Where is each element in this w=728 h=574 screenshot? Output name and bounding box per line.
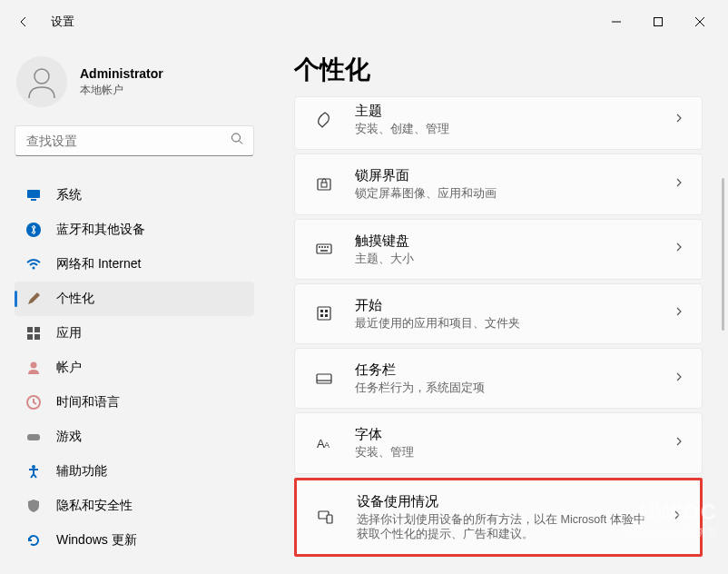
svg-rect-10 — [34, 327, 40, 332]
close-icon — [694, 16, 705, 27]
setting-title: 触摸键盘 — [355, 233, 654, 250]
user-section[interactable]: Administrator 本地帐户 — [15, 51, 269, 125]
setting-desc: 任务栏行为，系统固定项 — [355, 381, 654, 395]
chevron-right-icon — [674, 435, 684, 451]
sidebar-item-label: 系统 — [56, 187, 82, 203]
sidebar-item-label: 时间和语言 — [56, 394, 120, 411]
setting-item-0[interactable]: 主题 安装、创建、管理 — [294, 96, 703, 150]
setting-text: 开始 最近使用的应用和项目、文件夹 — [355, 297, 654, 331]
shield-icon — [25, 498, 42, 514]
search-icon — [231, 133, 244, 150]
sidebar-item-3[interactable]: 个性化 — [15, 282, 254, 316]
user-name: Administrator — [80, 66, 163, 81]
setting-text: 主题 安装、创建、管理 — [355, 103, 654, 136]
monitor-icon — [25, 187, 42, 203]
setting-item-5[interactable]: AA 字体 安装、管理 — [294, 412, 703, 473]
sidebar-scrollbar[interactable] — [722, 178, 724, 331]
chevron-right-icon — [674, 176, 684, 193]
user-type: 本地帐户 — [80, 83, 163, 98]
setting-text: 字体 安装、管理 — [355, 426, 654, 460]
svg-rect-30 — [317, 374, 331, 383]
window-title: 设置 — [51, 14, 74, 30]
main-panel: 个性化 主题 安装、创建、管理 锁屏界面 锁定屏幕图像、应用和动画 触摸键盘 主… — [269, 44, 728, 574]
bluetooth-icon — [25, 222, 42, 238]
sidebar-item-label: 游戏 — [56, 429, 82, 445]
chevron-right-icon — [674, 371, 684, 387]
setting-item-2[interactable]: 触摸键盘 主题、大小 — [294, 219, 703, 280]
device-icon — [315, 508, 337, 526]
sidebar-item-9[interactable]: 隐私和安全性 — [15, 489, 254, 523]
setting-desc: 安装、管理 — [355, 445, 654, 460]
svg-rect-17 — [318, 179, 330, 190]
sidebar-item-8[interactable]: 辅助功能 — [15, 454, 254, 489]
svg-rect-35 — [327, 515, 332, 523]
sidebar-item-2[interactable]: 网络和 Internet — [15, 247, 254, 282]
start-icon — [313, 304, 335, 322]
sidebar-item-4[interactable]: 应用 — [15, 316, 254, 351]
svg-point-16 — [32, 465, 35, 469]
sidebar-item-6[interactable]: 时间和语言 — [15, 385, 254, 420]
accessibility-icon — [25, 463, 42, 480]
search-input[interactable] — [26, 134, 221, 148]
sidebar-item-10[interactable]: Windows 更新 — [15, 523, 254, 558]
svg-point-3 — [232, 134, 241, 142]
svg-rect-5 — [27, 190, 40, 198]
svg-point-2 — [34, 69, 49, 84]
svg-rect-1 — [654, 18, 663, 26]
sidebar-item-label: 网络和 Internet — [56, 256, 141, 272]
setting-title: 设备使用情况 — [357, 493, 653, 510]
svg-point-13 — [31, 362, 37, 369]
sidebar-item-label: 应用 — [56, 325, 82, 341]
content-area: Administrator 本地帐户 系统蓝牙和其他设备网络和 Internet… — [0, 44, 728, 574]
person-icon — [25, 360, 42, 376]
setting-item-3[interactable]: 开始 最近使用的应用和项目、文件夹 — [294, 283, 703, 344]
setting-desc: 安装、创建、管理 — [355, 122, 654, 136]
maximize-button[interactable] — [637, 7, 679, 36]
svg-rect-26 — [320, 310, 323, 312]
close-button[interactable] — [679, 7, 721, 36]
sidebar-item-0[interactable]: 系统 — [15, 178, 254, 213]
wifi-icon — [25, 256, 42, 272]
sidebar-item-label: 帐户 — [56, 360, 82, 376]
title-bar: 设置 — [0, 0, 728, 44]
user-info: Administrator 本地帐户 — [80, 66, 163, 98]
update-icon — [25, 532, 42, 549]
minimize-icon — [611, 16, 622, 27]
svg-text:A: A — [324, 440, 330, 450]
setting-text: 任务栏 任务栏行为，系统固定项 — [355, 361, 654, 395]
svg-rect-25 — [318, 307, 330, 320]
avatar — [16, 56, 67, 107]
setting-title: 任务栏 — [355, 361, 654, 379]
setting-item-4[interactable]: 任务栏 任务栏行为，系统固定项 — [294, 348, 703, 409]
sidebar-item-label: 辅助功能 — [56, 463, 107, 480]
svg-rect-6 — [31, 199, 36, 201]
search-box[interactable] — [15, 125, 254, 156]
sidebar-item-7[interactable]: 游戏 — [15, 420, 254, 454]
sidebar-item-5[interactable]: 帐户 — [15, 351, 254, 385]
chevron-right-icon — [674, 241, 684, 257]
title-bar-left: 设置 — [15, 13, 74, 31]
back-arrow-icon — [16, 15, 31, 29]
font-icon: AA — [313, 434, 335, 452]
setting-text: 锁屏界面 锁定屏幕图像、应用和动画 — [355, 167, 654, 201]
keyboard-icon — [313, 240, 335, 258]
setting-item-6[interactable]: 设备使用情况 选择你计划使用设备的所有方法，以在 Microsoft 体验中获取… — [294, 478, 703, 558]
maximize-icon — [653, 16, 664, 27]
sidebar-item-label: 隐私和安全性 — [56, 498, 133, 514]
setting-text: 设备使用情况 选择你计划使用设备的所有方法，以在 Microsoft 体验中获取… — [357, 493, 653, 542]
svg-rect-29 — [325, 314, 328, 317]
back-button[interactable] — [15, 13, 33, 31]
svg-rect-12 — [34, 334, 40, 340]
svg-rect-27 — [325, 310, 328, 312]
setting-desc: 选择你计划使用设备的所有方法，以在 Microsoft 体验中获取个性化的提示、… — [357, 512, 653, 542]
svg-point-8 — [33, 267, 35, 270]
setting-title: 字体 — [355, 426, 654, 443]
chevron-right-icon — [674, 305, 684, 322]
sidebar-item-1[interactable]: 蓝牙和其他设备 — [15, 213, 254, 247]
setting-item-1[interactable]: 锁屏界面 锁定屏幕图像、应用和动画 — [294, 153, 703, 214]
apps-icon — [25, 325, 42, 341]
sidebar-item-label: Windows 更新 — [56, 532, 137, 549]
sidebar-item-label: 蓝牙和其他设备 — [56, 222, 145, 238]
minimize-button[interactable] — [595, 7, 637, 36]
svg-rect-9 — [27, 327, 33, 332]
